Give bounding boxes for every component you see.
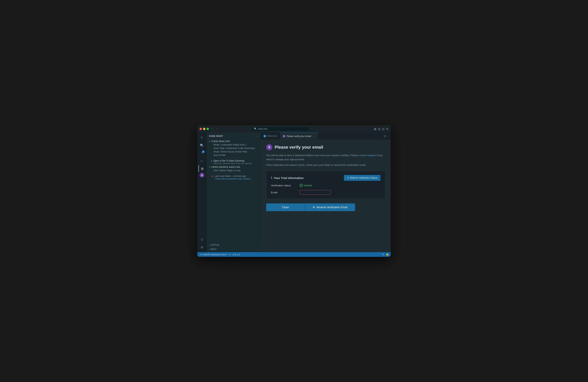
close-window-button[interactable] [200, 128, 202, 130]
account-icon[interactable]: ⊙ [198, 236, 205, 243]
trial-info-card: ℹ Your Trial Information ↻ Refresh Verif… [266, 171, 385, 199]
welcome-tab-icon: ≺ [263, 135, 266, 137]
error-status-icon: ⊘ [233, 253, 234, 256]
last-scan-content: Last scan failed - a minute ago [ View l… [214, 175, 251, 180]
help-section[interactable]: › HELP [207, 247, 261, 251]
panel-layout-icon-4[interactable]: ⊞ [386, 127, 388, 131]
titlebar: ← → 🔍 react-env ▣ ▤ ▥ ⊞ [197, 125, 391, 133]
traffic-lights [200, 128, 209, 130]
notification-icon[interactable]: 🗨 [382, 253, 384, 256]
branch-name: hotfix/fix-blackduck-issue* [203, 253, 227, 256]
open-file-subtitle: Files are scanned when they are opened, [213, 162, 252, 164]
sidebar-content: ▼ CODE ANALYSIS Mode: [ Automatic Rapid … [207, 139, 261, 242]
branch-icon: ⎇ [199, 253, 202, 256]
resend-button-label: Resend Verification Email [317, 206, 348, 209]
tab-verify-label: Please verify your email [286, 135, 311, 137]
sidebar-item-extensions[interactable]: ⊞ [198, 165, 205, 172]
branch-info[interactable]: ⎇ hotfix/fix-blackduck-issue* [199, 253, 227, 256]
view-results-link[interactable]: [ View last successful scan results ] [214, 178, 251, 180]
warning-count-value: 0 [239, 253, 240, 256]
sidebar-item-codesight[interactable]: S [200, 173, 204, 178]
page-title: Please verify your email [275, 145, 323, 150]
error-icon: ⊘ [211, 175, 213, 178]
refresh-verification-button[interactable]: ↻ Refresh Verification Status [344, 175, 380, 181]
action-buttons: Close ✉ Resend Verification Email [266, 203, 385, 211]
sidebar-footer: › STATUS › HELP [207, 242, 261, 252]
split-editor-icon[interactable]: ⊟ [384, 135, 386, 137]
app-window: ← → 🔍 react-env ▣ ▤ ▥ ⊞ ⎘ 🔍 ⑂ 1 ▷ [197, 125, 391, 257]
verify-tab-icon: S [283, 135, 285, 137]
info-icon: ℹ [211, 159, 212, 162]
trial-card-header: ℹ Your Trial Information ↻ Refresh Verif… [271, 175, 380, 181]
chevron-right-icon: › [209, 244, 210, 246]
trial-card-title: ℹ Your Trial Information [271, 176, 304, 180]
status-section[interactable]: › STATUS [207, 243, 261, 247]
activity-bar-bottom: ⊙ ⚙ [198, 236, 205, 252]
sidebar-more-actions[interactable]: ··· [256, 135, 258, 137]
forward-button[interactable]: → [215, 127, 218, 131]
tab-welcome[interactable]: ≺ Welcome [261, 133, 280, 139]
content-area: ≺ Welcome S Please verify your email × ⊟… [261, 133, 391, 252]
chevron-down-icon: ▼ [209, 140, 211, 142]
sidebar-item-source-control[interactable]: ⑂ 1 [198, 150, 205, 157]
show-item[interactable]: Show: Active Issues (Active File) [207, 150, 261, 154]
page-title-icon: S [266, 144, 272, 150]
close-button[interactable]: Close [266, 203, 305, 211]
search-bar[interactable]: 🔍 react-env [252, 127, 310, 131]
tab-close-button[interactable]: × [312, 135, 315, 138]
verified-text: Verified [304, 184, 312, 187]
page-description-1: You will be able to start a Standard Edi… [266, 154, 385, 162]
resend-email-icon: ✉ [313, 206, 315, 209]
activity-bar: ⎘ 🔍 ⑂ 1 ▷ ⊞ S ⊙ ⚙ [197, 133, 207, 252]
minimize-window-button[interactable] [203, 128, 205, 130]
panel-layout-icon-3[interactable]: ▥ [382, 127, 384, 131]
search-text: react-env [258, 128, 268, 130]
back-button[interactable]: ← [211, 127, 214, 131]
divider-1 [211, 158, 256, 158]
contact-support-link[interactable]: contact support [359, 154, 376, 157]
panel-layout-icon-2[interactable]: ▤ [378, 127, 380, 131]
email-input[interactable] [300, 190, 331, 195]
scan-type-item[interactable]: Scan Type: [ Automatic Code Scanning ] [207, 146, 261, 150]
chevron-down-icon-2: ▼ [209, 166, 211, 168]
refresh-button-label: Refresh Verification Status [350, 177, 377, 179]
section-code-analysis[interactable]: ▼ CODE ANALYSIS [207, 139, 261, 143]
activity-bar-top: ⎘ 🔍 ⑂ 1 ▷ ⊞ S [198, 134, 205, 236]
section-code-analysis-label: CODE ANALYSIS [211, 140, 230, 142]
error-count-value: 0 [235, 253, 236, 256]
last-scan-error: ⊘ Last scan failed - a minute ago [ View… [207, 174, 261, 181]
sidebar-item-run[interactable]: ▷ [198, 157, 205, 164]
sort-filter-item[interactable]: Sort & Filter [207, 154, 261, 157]
bell-icon[interactable]: 🔔 [386, 253, 389, 256]
description-text-1: You will be able to start a Standard Edi… [266, 154, 358, 157]
error-count[interactable]: ⊘ 0 △ 0 [233, 253, 240, 256]
main-layout: ⎘ 🔍 ⑂ 1 ▷ ⊞ S ⊙ ⚙ CODE SIGHT ··· [197, 133, 391, 252]
section-open-source-label: OPEN SOURCE ANALYSIS [211, 166, 240, 168]
tab-welcome-label: Welcome [267, 135, 277, 137]
sidebar-title: CODE SIGHT [209, 135, 223, 137]
status-bar: ⎇ hotfix/fix-blackduck-issue* ↻ ⊘ 0 △ 0 … [197, 252, 391, 257]
tabs: ≺ Welcome S Please verify your email × [261, 133, 318, 139]
maximize-window-button[interactable] [207, 128, 209, 130]
settings-icon[interactable]: ⚙ [198, 244, 205, 251]
tab-bar-more-icon[interactable]: ··· [387, 135, 389, 137]
sync-icon[interactable]: ↻ [229, 253, 231, 256]
open-file-content: Open a File To Start Scanning Files are … [213, 159, 252, 164]
status-label: STATUS [210, 244, 219, 246]
tab-bar-right: ⊟ ··· [384, 135, 391, 137]
trial-info-icon: ℹ [271, 176, 272, 180]
email-field-row: Email: [271, 190, 380, 195]
help-label: HELP [210, 248, 216, 251]
sidebar: CODE SIGHT ··· ▼ CODE ANALYSIS Mode: [ A… [207, 133, 261, 252]
sidebar-item-search[interactable]: 🔍 [198, 142, 205, 149]
resend-verification-button[interactable]: ✉ Resend Verification Email [305, 203, 355, 211]
tab-verify-email[interactable]: S Please verify your email × [280, 133, 318, 139]
section-open-source[interactable]: ▼ OPEN SOURCE ANALYSIS [207, 165, 261, 169]
last-scan-title: Last scan failed - a minute ago [214, 175, 251, 178]
panel-layout-icon-1[interactable]: ▣ [374, 127, 377, 131]
email-field-label: Email: [271, 191, 298, 194]
sort-item[interactable]: Sort: Impact (High to Low) [207, 169, 261, 172]
sidebar-item-files[interactable]: ⎘ [198, 134, 205, 141]
mode-item[interactable]: Mode: [ Automatic Rapid Scan ] [207, 143, 261, 146]
source-control-badge: 1 [202, 150, 205, 153]
